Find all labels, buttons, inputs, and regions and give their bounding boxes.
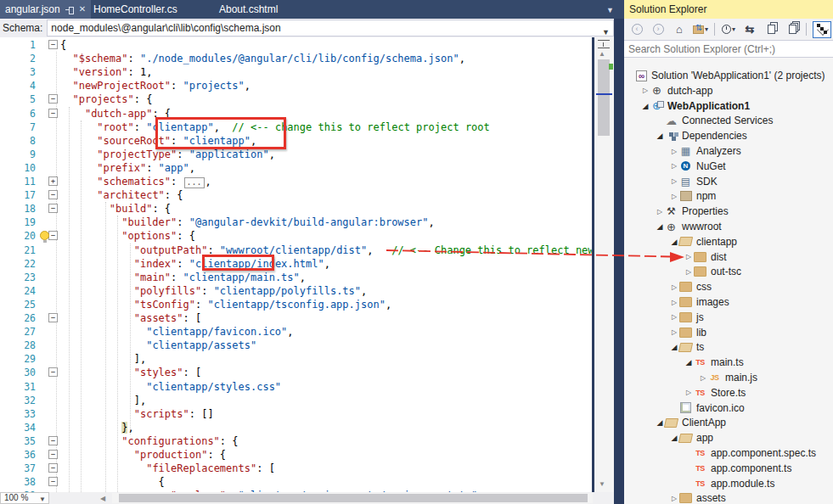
tree-item-js[interactable]: ▷js	[669, 310, 704, 325]
switch-views-button[interactable]: ▾	[693, 22, 708, 37]
code-line-34[interactable]: 34 },	[0, 421, 592, 434]
tree-item-main-js[interactable]: ▷JSmain.js	[698, 370, 757, 385]
refresh-button[interactable]: ⇆	[742, 22, 757, 37]
collapse-region-icon[interactable]: −	[48, 477, 58, 486]
code-line-17[interactable]: 17− "architect": {	[0, 188, 592, 202]
editor-horizontal-scrollbar[interactable]	[112, 493, 593, 503]
code-line-9[interactable]: 9 "projectType": "application",	[0, 148, 592, 161]
code-line-23[interactable]: 23 "main": "clientapp/main.ts",	[0, 271, 592, 284]
tree-item-css[interactable]: ▷css	[669, 279, 712, 294]
tree-item-clientapp[interactable]: ◢ClientApp	[655, 415, 726, 430]
pending-changes-filter-button[interactable]: ▾	[721, 22, 736, 37]
collapse-region-icon[interactable]: −	[48, 231, 58, 240]
search-input[interactable]	[624, 42, 833, 58]
tree-item-app-component-spec-ts[interactable]: TSapp.component.spec.ts	[684, 445, 816, 461]
tree-item-nuget[interactable]: ▷NuGet	[669, 159, 726, 174]
collapse-region-icon[interactable]: −	[48, 313, 58, 322]
expander-collapsed-icon[interactable]: ▷	[669, 193, 679, 200]
code-line-37[interactable]: 37− "fileReplacements": [	[0, 462, 592, 475]
expander-collapsed-icon[interactable]: ▷	[669, 162, 679, 170]
code-line-18[interactable]: 18− "build": {	[0, 202, 592, 216]
tree-item-dependencies[interactable]: ◢Dependencies	[655, 128, 747, 143]
code-line-6[interactable]: 6− "dutch-app": {	[0, 107, 592, 120]
editor-vertical-scrollbar[interactable]: ▲ ▼	[594, 37, 614, 492]
expander-collapsed-icon[interactable]: ▷	[655, 208, 665, 216]
scroll-down-icon[interactable]: ▼	[599, 480, 605, 488]
tree-item-main-ts[interactable]: ◢TSmain.ts	[684, 355, 744, 370]
expander-collapsed-icon[interactable]: ▷	[669, 283, 679, 291]
expander-collapsed-icon[interactable]: ▷	[684, 389, 694, 396]
tree-item-webapplication1[interactable]: ◢⊕WebApplication1	[640, 98, 750, 114]
code-line-30[interactable]: 30− "styles": [	[0, 366, 592, 379]
collapse-region-icon[interactable]: −	[48, 436, 58, 445]
tree-item-properties[interactable]: ▷⚒Properties	[655, 204, 729, 219]
code-line-26[interactable]: 26− "assets": [	[0, 311, 592, 325]
code-line-28[interactable]: 28 "clientapp/assets"	[0, 339, 592, 352]
editor-zoom-control[interactable]: 100 % ▼	[0, 492, 49, 504]
code-line-27[interactable]: 27 "clientapp/favicon.ico",	[0, 325, 592, 339]
code-line-11[interactable]: 11+ "schematics": ...,	[0, 175, 592, 188]
tab-list-dropdown-icon[interactable]: ▼	[606, 6, 614, 14]
expander-collapsed-icon[interactable]: ▷	[669, 495, 679, 502]
scroll-up-icon[interactable]: ▲	[599, 50, 605, 58]
pin-icon[interactable]	[65, 5, 74, 14]
expander-expanded-icon[interactable]: ◢	[655, 132, 665, 140]
tree-item-store-ts[interactable]: ▷TSStore.ts	[684, 385, 746, 400]
code-line-35[interactable]: 35− "configurations": {	[0, 434, 592, 448]
code-line-10[interactable]: 10 "prefix": "app",	[0, 161, 592, 175]
tree-item-assets[interactable]: ▷assets	[669, 490, 726, 504]
tree-item-connected-services[interactable]: ☁Connected Services	[655, 113, 773, 128]
code-line-2[interactable]: 2 "$schema": "./node_modules/@angular/cl…	[0, 52, 592, 65]
code-line-1[interactable]: 1−{	[0, 38, 592, 52]
expander-collapsed-icon[interactable]: ▷	[669, 299, 679, 306]
tree-item-dist[interactable]: ▷dist	[684, 249, 727, 265]
expand-region-icon[interactable]: +	[48, 176, 58, 186]
collapse-region-icon[interactable]: −	[48, 190, 58, 199]
code-line-36[interactable]: 36− "production": {	[0, 448, 592, 462]
code-line-3[interactable]: 3 "version": 1,	[0, 65, 592, 79]
vertical-scrollbar-thumb[interactable]	[598, 59, 610, 136]
code-line-22[interactable]: 22 "index": "clientapp/index.html",	[0, 257, 592, 271]
collapse-region-icon[interactable]: −	[48, 109, 58, 118]
tree-item-analyzers[interactable]: ▷▦Analyzers	[669, 143, 741, 159]
code-line-19[interactable]: 19 "builder": "@angular-devkit/build-ang…	[0, 216, 592, 229]
home-button[interactable]: ⌂	[672, 22, 687, 37]
tree-item-npm[interactable]: ▷npm	[669, 188, 716, 204]
code-line-7[interactable]: 7 "root": "clientapp", // <-- change thi…	[0, 120, 592, 134]
collapse-region-icon[interactable]: −	[48, 463, 58, 473]
expander-expanded-icon[interactable]: ◢	[655, 222, 665, 231]
code-line-20[interactable]: 20− "options": {	[0, 229, 592, 243]
scroll-left-icon[interactable]: ◀	[100, 495, 105, 502]
collapse-all-button[interactable]	[763, 22, 779, 37]
code-line-38[interactable]: 38− {	[0, 475, 592, 489]
schema-combobox[interactable]: node_modules\@angular\cli\lib\config\sch…	[47, 20, 614, 36]
tree-item-app-module-ts[interactable]: TSapp.module.ts	[684, 476, 774, 491]
splitter-handle-icon[interactable]	[598, 40, 610, 48]
collapse-region-icon[interactable]: −	[48, 94, 58, 104]
code-line-25[interactable]: 25 "tsConfig": "clientapp/tsconfig.app.j…	[0, 298, 592, 311]
tree-item-images[interactable]: ▷images	[669, 294, 729, 310]
tree-item-sdk[interactable]: ▷▤SDK	[669, 174, 718, 189]
expander-collapsed-icon[interactable]: ▷	[669, 148, 679, 155]
tab-angular-json[interactable]: angular.json ✕	[0, 0, 91, 19]
tree-item-wwwroot[interactable]: ◢⊕wwwroot	[655, 219, 722, 234]
expander-collapsed-icon[interactable]: ▷	[698, 374, 708, 382]
solution-explorer-search[interactable]	[624, 40, 833, 58]
expander-expanded-icon[interactable]: ◢	[684, 358, 694, 367]
expander-collapsed-icon[interactable]: ▷	[640, 87, 650, 94]
code-line-4[interactable]: 4 "newProjectRoot": "projects",	[0, 79, 592, 92]
code-line-8[interactable]: 8 "sourceRoot": "clientapp",	[0, 134, 592, 148]
code-line-29[interactable]: 29 ],	[0, 352, 592, 366]
tree-item-app-component-ts[interactable]: TSapp.component.ts	[684, 461, 791, 476]
expander-collapsed-icon[interactable]: ▷	[669, 177, 679, 185]
horizontal-scrollbar-thumb[interactable]	[119, 494, 588, 502]
tree-item-lib[interactable]: ▷lib	[669, 325, 706, 340]
sync-with-active-document-button[interactable]	[813, 21, 831, 38]
tab-about-cshtml[interactable]: About.cshtml	[211, 0, 286, 19]
tree-item-favicon-ico[interactable]: favicon.ico	[669, 400, 745, 416]
collapse-region-icon[interactable]: −	[48, 40, 58, 49]
expander-collapsed-icon[interactable]: ▷	[669, 313, 679, 321]
code-line-31[interactable]: 31 "clientapp/styles.css"	[0, 380, 592, 394]
forward-button[interactable]: ›	[650, 22, 666, 37]
collapse-region-icon[interactable]: −	[48, 450, 58, 459]
